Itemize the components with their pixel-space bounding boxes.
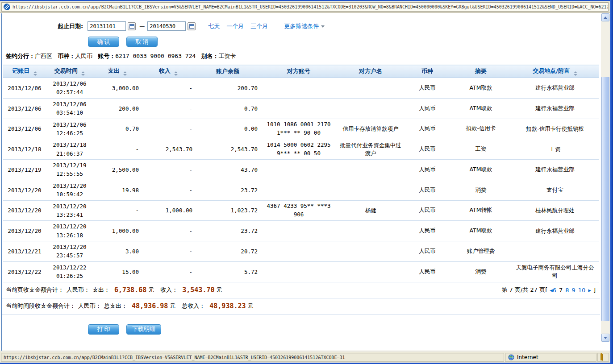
cell-outflow: 200.00 bbox=[93, 98, 142, 119]
cell-inflow: - bbox=[142, 98, 195, 119]
status-zone: Internet bbox=[505, 353, 596, 362]
col-header-inflow[interactable]: 收入 bbox=[142, 65, 195, 78]
quick-link-one-month[interactable]: 一个月 bbox=[226, 22, 244, 30]
cell-transaction-time: 2013/12/18 21:06:37 bbox=[46, 139, 93, 160]
transaction-row: 2013/12/20 2013/12/20 13:23:41 - 1,000.0… bbox=[3, 200, 599, 221]
sort-icon bbox=[81, 71, 85, 76]
cell-balance: 5.72 bbox=[195, 261, 260, 282]
cell-counterparty-account bbox=[260, 180, 337, 200]
cell-inflow: 2,543.70 bbox=[142, 139, 195, 160]
chevron-down-icon bbox=[321, 25, 325, 28]
cell-transaction-time: 2013/12/06 03:54:10 bbox=[46, 98, 93, 119]
sort-icon bbox=[574, 71, 577, 76]
cell-location: 扣款-信用卡行使抵销权 bbox=[511, 119, 599, 139]
cell-outflow: 0.70 bbox=[93, 119, 142, 139]
cell-currency: 人民币 bbox=[404, 241, 450, 262]
pagination-suffix: ] bbox=[593, 287, 596, 294]
period-outflow-value: 48,936.98 bbox=[132, 302, 168, 310]
address-url: https://ibsbjstar.ccb.com.cn/app/B2CMain… bbox=[13, 4, 609, 9]
ccb-logo-icon bbox=[4, 4, 10, 10]
col-header-location[interactable]: 交易地点/附言 bbox=[511, 65, 599, 78]
security-section bbox=[597, 353, 609, 362]
currency-label: 币种： bbox=[58, 53, 75, 59]
cell-balance: 43.70 bbox=[195, 160, 260, 180]
end-date-input[interactable] bbox=[147, 21, 186, 31]
cell-location: 桂林民航分理处 bbox=[511, 200, 599, 221]
end-date-calendar-icon[interactable] bbox=[188, 22, 196, 30]
cancel-button[interactable]: 取消 bbox=[126, 37, 158, 47]
cell-counterparty-name bbox=[337, 241, 404, 262]
cell-summary: ATM取款 bbox=[450, 78, 511, 99]
cell-outflow: 3.00 bbox=[93, 241, 142, 262]
cell-currency: 人民币 bbox=[404, 78, 450, 99]
cell-transaction-time: 2013/12/06 12:46:25 bbox=[46, 119, 93, 139]
cell-summary: 消费 bbox=[450, 180, 511, 200]
scroll-up-icon[interactable] bbox=[601, 13, 609, 21]
period-summary-label: 当前时间段收支金额合计： bbox=[6, 302, 75, 310]
cell-counterparty-name: 信用卡存放清算款项户 bbox=[337, 119, 404, 139]
currency-value: 人民币 bbox=[75, 53, 92, 59]
browser-popup-window: https://ibsbjstar.ccb.com.cn/app/B2CMain… bbox=[0, 0, 613, 364]
date-range-separator: — bbox=[139, 23, 145, 29]
sort-icon bbox=[123, 71, 127, 76]
page-inflow-value: 3,543.70 bbox=[182, 286, 214, 294]
quick-link-three-months[interactable]: 三个月 bbox=[250, 22, 268, 30]
transaction-row: 2013/12/20 2013/12/20 13:26:18 1,000.00 … bbox=[3, 221, 599, 241]
cell-balance: 200.70 bbox=[195, 78, 260, 99]
cell-inflow: 1,000.00 bbox=[142, 200, 195, 221]
scroll-down-icon[interactable] bbox=[601, 334, 609, 342]
account-number-value: 6217 0033 9000 0963 724 bbox=[115, 53, 196, 59]
col-header-transaction-time[interactable]: 交易时间 bbox=[46, 65, 93, 78]
cell-inflow: - bbox=[142, 261, 195, 282]
pagination-item[interactable]: ◂6 bbox=[550, 287, 556, 294]
download-detail-button[interactable]: 下载明细 bbox=[126, 324, 161, 335]
cell-summary: ATM取款 bbox=[450, 160, 511, 180]
cell-counterparty-account bbox=[260, 241, 337, 262]
cell-record-date: 2013/12/21 bbox=[3, 241, 46, 262]
quick-range-links: 七天 一个月 三个月 bbox=[208, 22, 268, 30]
transaction-row: 2013/12/06 2013/12/06 03:54:10 200.00 - … bbox=[3, 98, 599, 119]
transaction-row: 2013/12/21 2013/12/20 23:45:57 3.00 - 20… bbox=[3, 241, 599, 262]
cell-counterparty-name bbox=[337, 78, 404, 99]
account-number-label: 账号： bbox=[98, 53, 115, 59]
pagination-item[interactable]: 9 bbox=[572, 287, 575, 294]
col-header-record-date[interactable]: 记账日 bbox=[3, 65, 46, 78]
page-inflow-label: 收入： bbox=[160, 286, 178, 294]
start-date-calendar-icon[interactable] bbox=[128, 22, 136, 30]
pagination-item[interactable]: 8 bbox=[565, 287, 569, 294]
address-field: https://ibsbjstar.ccb.com.cn/app/B2CMain… bbox=[1, 2, 609, 12]
page-content: 起止日期: — 七天 一个月 三个月 更多筛选条件 确认 取消 签约分行：广西区… bbox=[1, 13, 601, 352]
period-summary: 当前时间段收支金额合计： 人民币： 总支出： 48,936.98 元 总收入： … bbox=[6, 302, 256, 310]
transaction-row: 2013/12/06 2013/12/06 12:46:25 0.70 - 0.… bbox=[3, 119, 599, 139]
more-filters-link[interactable]: 更多筛选条件 bbox=[284, 22, 325, 30]
quick-link-seven-days[interactable]: 七天 bbox=[208, 22, 220, 30]
cell-transaction-time: 2013/12/19 12:55:55 bbox=[46, 160, 93, 180]
cell-location: 建行永福营业部 bbox=[511, 78, 599, 99]
start-date-input[interactable] bbox=[88, 21, 126, 31]
confirm-button[interactable]: 确认 bbox=[88, 37, 119, 47]
scrollbar-thumb[interactable] bbox=[601, 77, 609, 321]
cell-outflow: 3,000.00 bbox=[93, 78, 142, 99]
transaction-row: 2013/12/19 2013/12/19 12:55:55 2,500.00 … bbox=[3, 160, 599, 180]
page-summary-row: 当前页收支金额合计： 人民币： 支出： 6,738.68 元 收入： 3,543… bbox=[2, 282, 600, 298]
col-header-outflow[interactable]: 支出 bbox=[93, 65, 142, 78]
cell-balance: 0.70 bbox=[195, 98, 260, 119]
cell-outflow: - bbox=[93, 139, 142, 160]
pagination-item[interactable]: ▸ bbox=[588, 287, 591, 294]
pagination-links: ◂678910▸ bbox=[549, 287, 592, 294]
cell-record-date: 2013/12/20 bbox=[3, 200, 46, 221]
cell-balance: 2,543.70 bbox=[195, 139, 260, 160]
col-header-summary: 摘要 bbox=[450, 65, 511, 78]
cell-inflow: - bbox=[142, 78, 195, 99]
pagination-item[interactable]: 10 bbox=[578, 287, 586, 294]
cell-location: 建行永福营业部 bbox=[511, 221, 599, 241]
cell-location bbox=[511, 241, 599, 262]
cell-location: 工资 bbox=[511, 139, 599, 160]
sort-icon bbox=[33, 71, 37, 76]
vertical-scrollbar[interactable] bbox=[601, 13, 610, 342]
footer-action-buttons: 打印 下载明细 bbox=[88, 324, 601, 335]
cell-transaction-time: 2013/12/06 02:57:44 bbox=[46, 78, 93, 99]
print-button[interactable]: 打印 bbox=[88, 324, 119, 335]
col-header-balance: 账户余额 bbox=[195, 65, 260, 78]
transaction-row: 2013/12/18 2013/12/18 21:06:37 - 2,543.7… bbox=[3, 139, 599, 160]
